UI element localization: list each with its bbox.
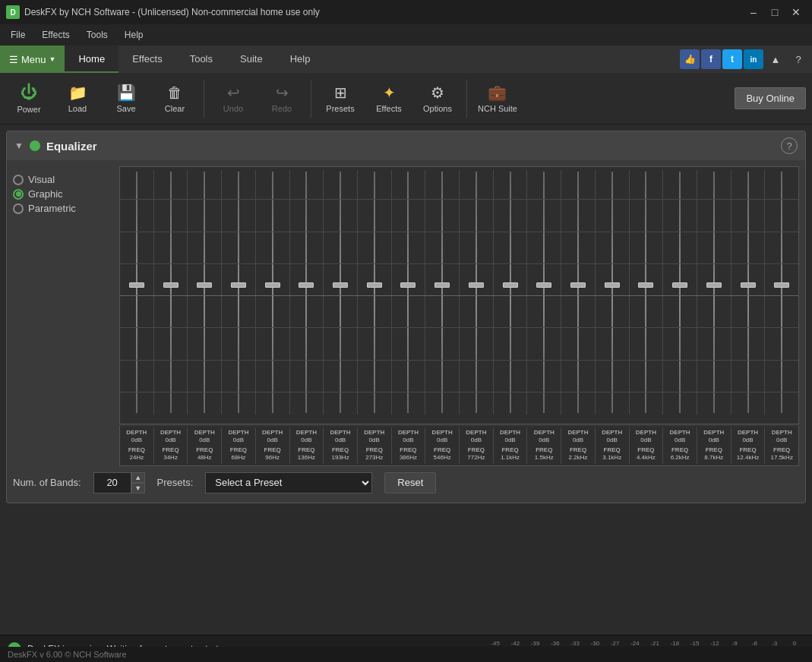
slider-handle-3[interactable] [231, 282, 246, 288]
clear-button[interactable]: 🗑 Clear [152, 77, 197, 121]
tab-tools[interactable]: Tools [176, 46, 226, 73]
slider-handle-17[interactable] [706, 282, 722, 288]
menu-help[interactable]: Help [117, 27, 151, 43]
slider-handle-8[interactable] [400, 282, 415, 288]
slider-track-0[interactable] [136, 172, 137, 413]
tab-home[interactable]: Home [65, 46, 118, 73]
tab-suite[interactable]: Suite [226, 46, 276, 73]
presets-select[interactable]: Select a Preset Bass Boost Treble Boost … [205, 472, 372, 493]
slider-track-10[interactable] [476, 172, 477, 413]
depth-val-19: 0dB [776, 437, 787, 444]
slider-track-14[interactable] [611, 172, 613, 413]
slider-handle-13[interactable] [570, 282, 586, 288]
mode-graphic-radio[interactable] [13, 189, 24, 200]
save-button[interactable]: 💾 Save [103, 77, 149, 121]
eq-label-col-17: DEPTH 0dB FREQ 8.7kHz [697, 427, 731, 464]
slider-handle-10[interactable] [469, 282, 484, 288]
thumbsup-icon[interactable]: 👍 [680, 49, 700, 69]
redo-button[interactable]: ↪ Redo [259, 77, 305, 121]
undo-button[interactable]: ↩ Undo [210, 77, 256, 121]
mode-parametric-radio[interactable] [13, 203, 24, 214]
menu-file[interactable]: File [3, 27, 33, 43]
slider-handle-0[interactable] [129, 282, 144, 288]
menu-effects[interactable]: Effects [34, 27, 77, 43]
freq-val-12: 1.5kHz [535, 454, 554, 462]
slider-col-0 [120, 170, 154, 415]
slider-track-18[interactable] [747, 172, 749, 413]
num-bands-input[interactable] [93, 472, 131, 493]
slider-handle-16[interactable] [672, 282, 687, 288]
undo-icon: ↩ [227, 84, 240, 102]
slider-track-3[interactable] [238, 172, 239, 413]
slider-handle-12[interactable] [536, 282, 551, 288]
nav-help-button[interactable]: ? [788, 49, 809, 70]
reset-button[interactable]: Reset [384, 472, 436, 493]
slider-track-19[interactable] [781, 172, 782, 413]
presets-text-label: Presets: [157, 477, 194, 488]
slider-handle-15[interactable] [638, 282, 653, 288]
slider-handle-1[interactable] [163, 282, 179, 288]
slider-track-4[interactable] [272, 172, 273, 413]
slider-handle-11[interactable] [503, 282, 518, 288]
effects-button[interactable]: ✦ Effects [366, 77, 412, 121]
slider-track-9[interactable] [441, 172, 443, 413]
freq-label-5: FREQ [298, 446, 314, 454]
menu-button[interactable]: ☰ Menu ▼ [0, 46, 65, 73]
slider-track-2[interactable] [204, 172, 205, 413]
presets-button[interactable]: ⊞ Presets [318, 77, 363, 121]
tab-effects[interactable]: Effects [118, 46, 176, 73]
slider-handle-6[interactable] [333, 282, 348, 288]
maximize-button[interactable]: □ [765, 5, 785, 20]
depth-val-16: 0dB [675, 437, 685, 444]
slider-track-17[interactable] [713, 172, 715, 413]
linkedin-icon[interactable]: in [744, 49, 763, 69]
eq-header[interactable]: ▼ Equalizer ? [7, 131, 805, 160]
options-button[interactable]: ⚙ Options [415, 77, 460, 121]
slider-track-15[interactable] [645, 172, 646, 413]
slider-track-8[interactable] [407, 172, 409, 413]
depth-val-12: 0dB [539, 437, 549, 444]
slider-handle-4[interactable] [265, 282, 280, 288]
slider-track-7[interactable] [374, 172, 375, 413]
eq-help-button[interactable]: ? [781, 137, 798, 154]
clear-icon: 🗑 [167, 84, 182, 102]
slider-track-11[interactable] [510, 172, 511, 413]
version-text: DeskFX v 6.00 © NCH Software [8, 650, 127, 659]
depth-val-15: 0dB [640, 437, 651, 444]
menu-tools[interactable]: Tools [79, 27, 115, 43]
update-button[interactable]: ▲ [765, 49, 786, 70]
power-button[interactable]: ⏻ Power [6, 77, 52, 121]
slider-handle-7[interactable] [367, 282, 382, 288]
slider-track-12[interactable] [543, 172, 545, 413]
eq-label-col-5: DEPTH 0dB FREQ 136Hz [290, 427, 324, 464]
title-controls: – □ ✕ [744, 5, 806, 20]
slider-handle-19[interactable] [774, 282, 789, 288]
nch-suite-button[interactable]: 💼 NCH Suite [473, 77, 522, 121]
num-bands-down[interactable]: ▼ [131, 483, 145, 493]
num-bands-up[interactable]: ▲ [131, 472, 145, 483]
load-button[interactable]: 📁 Load [55, 77, 100, 121]
slider-handle-9[interactable] [434, 282, 450, 288]
close-button[interactable]: ✕ [786, 5, 806, 20]
slider-track-13[interactable] [577, 172, 579, 413]
slider-track-6[interactable] [340, 172, 341, 413]
minimize-button[interactable]: – [744, 5, 763, 20]
slider-handle-5[interactable] [299, 282, 314, 288]
slider-track-16[interactable] [679, 172, 681, 413]
slider-handle-18[interactable] [741, 282, 756, 288]
tab-help[interactable]: Help [276, 46, 324, 73]
buy-online-button[interactable]: Buy Online [735, 87, 806, 109]
facebook-icon[interactable]: f [701, 49, 721, 69]
twitter-icon[interactable]: t [722, 49, 742, 69]
level-tick-6: -27 [605, 640, 625, 647]
mode-visual-radio[interactable] [13, 175, 24, 185]
slider-track-5[interactable] [305, 172, 307, 413]
level-ticks: -45-42-39-36-33-30-27-24-21-18-15-12-9-6… [485, 640, 804, 647]
collapse-arrow[interactable]: ▼ [14, 140, 24, 151]
slider-handle-14[interactable] [605, 282, 620, 288]
nch-icon: 💼 [488, 84, 507, 102]
slider-track-1[interactable] [170, 172, 172, 413]
freq-label-18: FREQ [739, 446, 756, 454]
freq-val-9: 546Hz [434, 454, 451, 462]
slider-handle-2[interactable] [197, 282, 212, 288]
